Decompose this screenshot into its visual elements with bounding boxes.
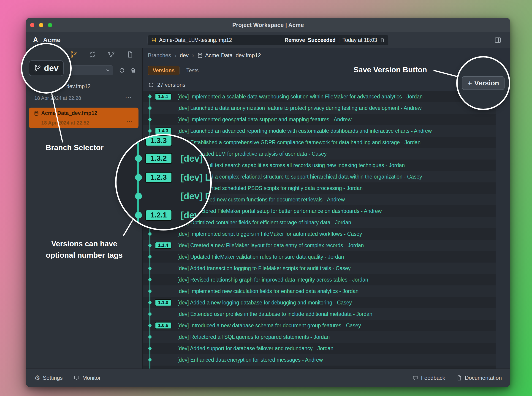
commit-dot-icon [148, 324, 152, 327]
version-message: [dev] Updated FileMaker validation rules… [177, 251, 344, 262]
database-icon [34, 111, 39, 116]
feedback-bubble-icon [412, 375, 418, 381]
breadcrumb-separator: › [174, 52, 176, 59]
breadcrumb-branches[interactable]: Branches [148, 52, 171, 58]
file-item-name[interactable]: l_dev.fmp12 [62, 83, 91, 89]
version-row[interactable]: [dev] Implemented new calculation fields… [143, 285, 496, 297]
version-row[interactable]: [dev] Implemented script triggers in Fil… [143, 228, 496, 240]
tab-bar: Versions Tests [148, 66, 199, 75]
version-row[interactable]: [dev] Optimized container fields for eff… [143, 217, 496, 228]
magnified-commit-dot [135, 212, 142, 219]
breadcrumb-separator: › [192, 52, 194, 59]
monitor-label: Monitor [82, 375, 101, 381]
version-row[interactable]: [dev] Refactored all SQL queries to prep… [143, 331, 496, 343]
tab-versions[interactable]: Versions [148, 66, 180, 75]
version-row[interactable]: [dev] Added transaction logging to FileM… [143, 262, 496, 274]
log-document-icon[interactable] [380, 38, 385, 43]
minimize-window-button[interactable] [39, 23, 43, 27]
tab-tests[interactable]: Tests [186, 68, 199, 74]
version-row[interactable]: [dev] Updated FileMaker validation rules… [143, 251, 496, 262]
commit-dot-icon [148, 301, 152, 304]
version-row[interactable]: [dev] Added support for database failove… [143, 343, 496, 354]
zoom-window-button[interactable] [48, 23, 52, 27]
version-row[interactable]: 1.4.3 [dev] Launched an advanced reporti… [143, 125, 496, 137]
version-message: [dev] Optimized container fields for eff… [177, 217, 351, 228]
version-message: [dev] Refactored all SQL queries to prep… [177, 331, 330, 343]
refresh-versions-icon[interactable] [148, 82, 154, 88]
branch-selector-pill: dev [29, 60, 64, 76]
refresh-branches-icon[interactable] [119, 67, 125, 74]
toggle-panel-icon[interactable] [494, 36, 502, 44]
version-row[interactable]: [dev] Revised relationship graph for imp… [143, 274, 496, 285]
magnified-message-fragment: [dev] D [181, 191, 210, 202]
number-tags-line2: optional number tags [38, 250, 130, 261]
documentation-label: Documentation [465, 375, 502, 381]
version-message: [dev] Added a new logging database for d… [177, 297, 352, 308]
version-tag-badge: 1.1.4 [155, 242, 171, 249]
sync-tab-icon[interactable] [89, 51, 96, 58]
version-message: [dev] Implemented geospatial data suppor… [177, 114, 352, 125]
magnified-commit-dot [135, 174, 142, 181]
chip-divider: | [338, 37, 340, 43]
close-window-button[interactable] [30, 23, 34, 27]
version-message: [dev] Extended user profiles in the data… [177, 308, 372, 320]
documentation-button[interactable]: Documentation [456, 375, 502, 381]
version-row[interactable]: 1.1.4 [dev] Created a new FileMaker layo… [143, 240, 496, 251]
chip-filename: Acme-Data_LLM-testing.fmp12 [159, 37, 232, 43]
commit-dot-icon [148, 335, 152, 338]
version-tags-annotation-circle: 1.3.3 1.3.2 1.2.3 1.2.1 [dev] [dev] L [d… [117, 135, 210, 229]
number-tags-line1: Versions can have [38, 238, 130, 250]
version-message: [dev] Introduced a new database schema f… [177, 320, 361, 331]
monitor-button[interactable]: Monitor [74, 375, 101, 381]
breadcrumb-branch[interactable]: dev [180, 52, 189, 58]
version-message: [dev] Enhanced data encryption for store… [177, 354, 323, 366]
feedback-button[interactable]: Feedback [412, 375, 445, 381]
commit-dot-icon [148, 358, 152, 361]
version-timeline: 1.5.1 [dev] Implemented a scalable data … [143, 91, 496, 368]
delete-branch-icon[interactable] [130, 67, 136, 74]
breadcrumb-filename: Acme-Data_dev.fmp12 [205, 52, 261, 58]
version-message: [dev] Launched a data anonymization feat… [177, 102, 421, 114]
app-window: Project Workspace | Acme A Acme Acme-Dat… [26, 18, 510, 387]
monitor-icon [74, 375, 80, 381]
files-tab-icon[interactable] [126, 51, 134, 58]
branches-tab-icon[interactable] [70, 51, 77, 58]
settings-button[interactable]: ⚙ Settings [34, 375, 63, 381]
version-row[interactable]: 1.5.1 [dev] Implemented a scalable data … [143, 91, 496, 102]
titlebar: Project Workspace | Acme [26, 18, 510, 32]
save-version-button[interactable]: + Version [462, 76, 504, 90]
version-row[interactable]: 1.1.0 [dev] Added a new logging database… [143, 297, 496, 308]
magnified-commit-dot [135, 155, 142, 162]
version-message: [dev] Launched an advanced reporting mod… [177, 125, 432, 137]
commit-dot-icon [148, 278, 152, 281]
selected-file-title: Acme-Data_dev.fmp12 [34, 110, 97, 116]
version-message: [dev] Implemented new calculation fields… [177, 285, 358, 297]
chevron-down-icon [105, 68, 111, 73]
window-title: Project Workspace | Acme [26, 18, 510, 32]
magnified-version-tag: 1.2.3 [145, 172, 172, 183]
file-status-chip[interactable]: Acme-Data_LLM-testing.fmp12 Remove Succe… [147, 35, 389, 45]
status-bar: ⚙ Settings Monitor Feedback Documentatio… [26, 368, 510, 387]
number-tags-annotation-label: Versions can have optional number tags [38, 238, 130, 261]
file-item-selected[interactable]: Acme-Data_dev.fmp12 18 Apr 2024 at 22.52… [29, 108, 139, 128]
file-item-menu-icon[interactable]: ⋯ [125, 93, 132, 101]
database-icon [197, 53, 203, 58]
version-row[interactable]: [dev] Extended user profiles in the data… [143, 308, 496, 320]
git-branch-icon [34, 64, 41, 72]
version-list: 1.5.1 [dev] Implemented a scalable data … [143, 91, 496, 366]
magnified-message-fragment: [dev] L [181, 172, 210, 183]
version-row[interactable]: [dev] Enhanced data encryption for store… [143, 354, 496, 366]
version-row[interactable]: 1.3.3 [dev] Established a comprehensive … [143, 137, 496, 148]
version-row[interactable]: [dev] Implemented geospatial data suppor… [143, 114, 496, 125]
breadcrumb-file: Acme-Data_dev.fmp12 [197, 52, 261, 58]
merge-tab-icon[interactable] [108, 51, 115, 58]
file-item-date: 18 Apr 2024 at 22.28 [34, 95, 81, 101]
file-item-menu-icon[interactable]: ⋯ [126, 117, 134, 125]
version-row[interactable]: [dev] Launched a data anonymization feat… [143, 102, 496, 114]
breadcrumb: Branches › dev › Acme-Data_dev.fmp12 [148, 51, 261, 59]
version-message: [dev] Refactored FileMaker portal setup … [177, 205, 382, 217]
selected-file-name: Acme-Data_dev.fmp12 [41, 110, 97, 116]
magnified-version-tag: 1.3.2 [145, 153, 172, 164]
save-version-annotation-circle: + Version [458, 58, 509, 109]
version-row[interactable]: 1.0.6 [dev] Introduced a new database sc… [143, 320, 496, 331]
